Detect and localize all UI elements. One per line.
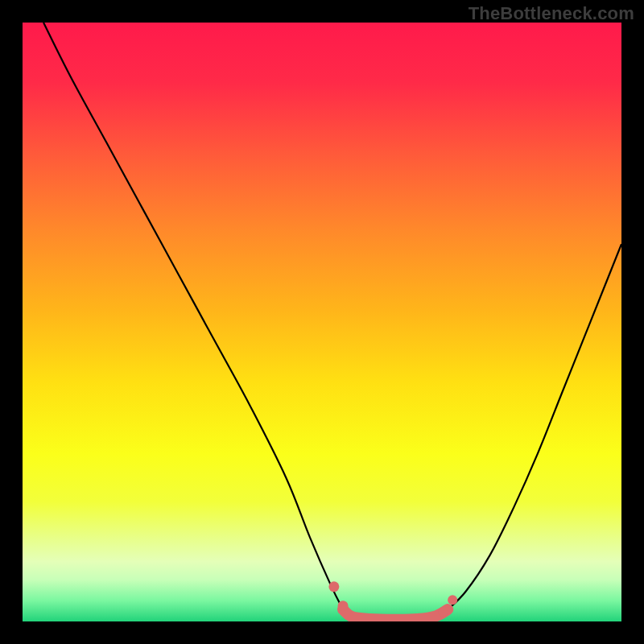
marker-right-dot-upper — [448, 595, 457, 605]
chart-background — [23, 23, 621, 621]
bottleneck-chart — [23, 23, 621, 621]
attribution-text: TheBottleneck.com — [469, 3, 634, 24]
chart-plot-area — [23, 23, 621, 621]
image-frame: TheBottleneck.com — [0, 0, 644, 644]
marker-left-dot-upper — [328, 581, 339, 592]
marker-left-dot-lower — [338, 601, 349, 611]
marker-right-dot-lower — [438, 607, 448, 617]
